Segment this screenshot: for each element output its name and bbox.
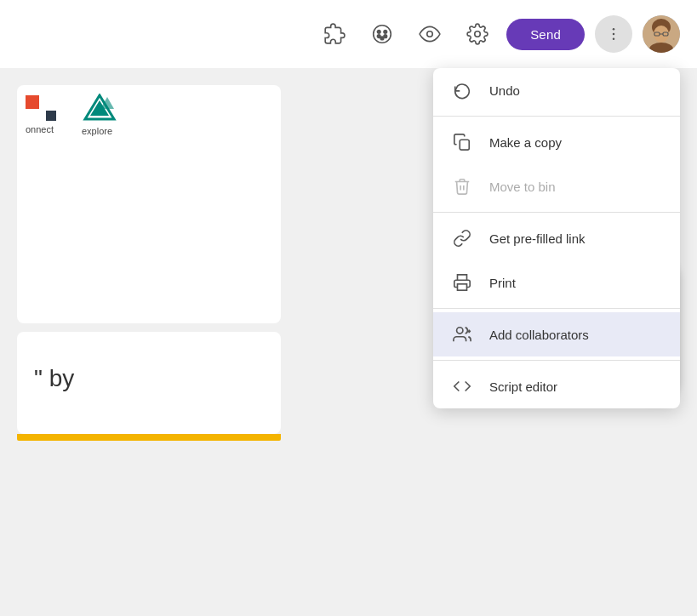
menu-item-move-to-bin: Move to bin <box>433 164 680 208</box>
collaborators-icon <box>452 324 472 345</box>
explore-logo-shape <box>82 94 117 123</box>
add-collaborators-label: Add collaborators <box>489 328 589 342</box>
undo-label: Undo <box>489 83 520 98</box>
menu-divider-1 <box>433 116 680 117</box>
bin-icon <box>452 176 472 197</box>
svg-point-1 <box>378 31 380 33</box>
by-text: " by <box>34 365 74 392</box>
explore-label: explore <box>82 126 112 136</box>
menu-item-undo[interactable]: Undo <box>433 68 680 112</box>
avatar-image <box>643 15 680 53</box>
connect-logo: onnect <box>26 95 56 134</box>
menu-item-prefilled-link[interactable]: Get pre-filled link <box>433 216 680 260</box>
svg-point-2 <box>384 31 386 33</box>
svg-point-4 <box>384 35 386 37</box>
copy-icon <box>452 132 472 152</box>
eye-icon-button[interactable] <box>411 15 448 53</box>
script-editor-label: Script editor <box>489 379 557 394</box>
more-vertical-icon <box>605 26 622 43</box>
svg-point-3 <box>378 35 380 37</box>
svg-rect-30 <box>458 284 467 290</box>
explore-logo: explore <box>82 94 117 136</box>
avatar[interactable] <box>643 15 680 53</box>
prefilled-link-label: Get pre-filled link <box>489 231 586 246</box>
menu-item-make-copy[interactable]: Make a copy <box>433 120 680 164</box>
menu-divider-4 <box>433 360 680 361</box>
svg-point-5 <box>381 37 384 39</box>
link-icon <box>452 228 472 248</box>
menu-divider-2 <box>433 212 680 213</box>
eye-icon <box>419 23 441 45</box>
send-button[interactable]: Send <box>506 19 585 50</box>
menu-item-print[interactable]: Print <box>433 260 680 305</box>
dropdown-menu: Undo Make a copy Move to bin <box>433 68 680 408</box>
code-icon <box>452 376 472 396</box>
print-icon <box>452 272 472 293</box>
header: Send <box>0 0 697 68</box>
puzzle-icon-button[interactable] <box>316 15 353 53</box>
more-options-button[interactable] <box>595 15 632 53</box>
settings-icon-button[interactable] <box>459 15 496 53</box>
connect-label: onnect <box>26 124 54 134</box>
undo-icon <box>452 80 472 100</box>
svg-point-10 <box>613 38 615 41</box>
menu-item-add-collaborators[interactable]: Add collaborators <box>433 312 680 356</box>
make-copy-label: Make a copy <box>489 135 562 150</box>
svg-point-6 <box>427 31 433 37</box>
palette-icon-button[interactable] <box>363 15 401 53</box>
palette-icon <box>371 23 393 45</box>
svg-point-7 <box>475 31 481 37</box>
puzzle-icon <box>323 23 346 45</box>
yellow-bar <box>17 434 281 441</box>
svg-rect-29 <box>460 140 469 150</box>
print-label: Print <box>489 276 516 290</box>
svg-point-9 <box>613 33 615 36</box>
move-to-bin-label: Move to bin <box>489 180 556 194</box>
svg-point-8 <box>613 28 615 31</box>
form-card-bottom: " by <box>17 332 281 441</box>
form-card-top: onnect explore <box>17 85 281 323</box>
menu-divider-3 <box>433 308 680 309</box>
settings-icon <box>466 23 488 45</box>
svg-point-31 <box>457 328 463 334</box>
menu-item-script-editor[interactable]: Script editor <box>433 364 680 408</box>
